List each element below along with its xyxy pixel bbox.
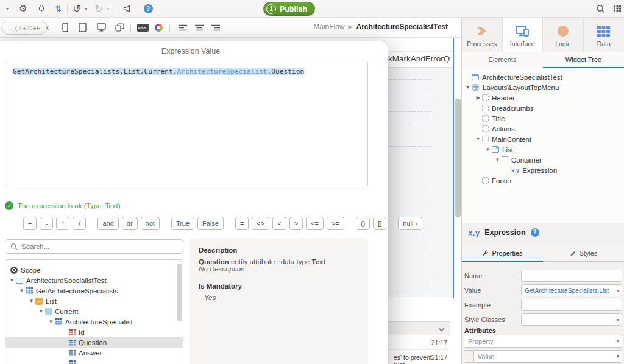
widget-tree-item-list[interactable]: ▼ List xyxy=(462,144,624,155)
css-editor-icon[interactable]: css xyxy=(135,19,150,36)
widget-tree-item-footer[interactable]: Footer xyxy=(462,175,624,186)
tab-properties[interactable]: Properties xyxy=(462,245,543,261)
scope-item-answer[interactable]: Answer xyxy=(5,348,183,358)
op-divide-button[interactable]: / xyxy=(73,217,86,230)
canvas-vertical-scrollbar[interactable] xyxy=(455,99,461,217)
dropdown-caret-icon[interactable]: ▾ xyxy=(4,0,11,17)
tab-processes[interactable]: Processes xyxy=(462,18,503,52)
name-field[interactable] xyxy=(521,270,622,282)
widget-tree-item-title[interactable]: Title xyxy=(462,113,624,124)
help-icon[interactable]: ? xyxy=(141,0,155,17)
expanded-arrow-icon[interactable]: ▼ xyxy=(474,136,482,142)
collapsed-arrow-icon[interactable]: ▶ xyxy=(474,95,482,100)
subtab-elements[interactable]: Elements xyxy=(462,52,543,68)
op-plus-button[interactable]: + xyxy=(23,217,37,230)
tab-data[interactable]: Data xyxy=(584,18,624,52)
attribute-value-dropdown[interactable]: Value ▾ xyxy=(473,350,622,363)
collapse-chevron-icon[interactable] xyxy=(438,325,445,334)
undo-caret-icon[interactable]: ▾ xyxy=(83,0,89,17)
widget-tree-item-layout[interactable]: ▼ Layouts\LayoutTopMenu xyxy=(462,82,624,93)
align-center-icon[interactable] xyxy=(193,19,205,36)
subtab-widget-tree[interactable]: Widget Tree xyxy=(543,52,624,68)
shortcut-pill[interactable]: ... (⇧+⌘+E xyxy=(1,21,48,35)
expanded-arrow-icon[interactable]: ▼ xyxy=(8,278,16,283)
expanded-arrow-icon[interactable]: ▼ xyxy=(484,147,492,152)
op-false-button[interactable]: False xyxy=(197,217,224,230)
op-and-button[interactable]: and xyxy=(98,217,118,230)
op-brackets-button[interactable]: [] xyxy=(373,217,386,230)
tablet-preview-icon[interactable] xyxy=(77,19,88,36)
op-lessthan-button[interactable]: < xyxy=(272,217,286,230)
expression-editor[interactable]: GetArchitectureSpecialists.List.Current.… xyxy=(5,61,368,187)
op-notequal-button[interactable]: <> xyxy=(252,217,269,230)
op-greaterthan-button[interactable]: > xyxy=(289,217,303,230)
op-lessequal-button[interactable]: <= xyxy=(306,217,324,230)
plug-icon[interactable] xyxy=(35,0,48,17)
scope-item-entity[interactable]: ▼ ArchitectureSpecialist xyxy=(5,317,183,327)
redo-caret-icon[interactable]: ▾ xyxy=(105,0,111,17)
dialog-title: Expression Value xyxy=(0,47,388,55)
example-field[interactable] xyxy=(521,299,622,311)
collapse-left-icon[interactable]: ‹ xyxy=(43,19,52,36)
scope-item-question[interactable]: Question xyxy=(5,337,183,348)
align-right-icon[interactable] xyxy=(210,19,222,36)
breadcrumb-parent[interactable]: MainFlow xyxy=(313,23,344,31)
tab-interface[interactable]: Interface xyxy=(503,18,544,52)
op-multiply-button[interactable]: * xyxy=(56,217,69,230)
settings-gear-icon[interactable]: ⚙ xyxy=(17,0,29,17)
redo-icon[interactable]: ↻ xyxy=(93,0,105,17)
tree-item-label: ArchitectureSpecialist xyxy=(65,318,133,326)
dropdown-caret-icon: ▾ xyxy=(415,221,417,226)
phone-preview-icon[interactable] xyxy=(60,19,71,36)
op-null-button[interactable]: null ▾ xyxy=(398,217,422,230)
widget-tree-item-screen[interactable]: ArchitectureSpecialistTest xyxy=(462,72,624,82)
widget-tree-item-expression[interactable]: x.y Expression xyxy=(462,165,624,175)
expanded-arrow-icon[interactable]: ▼ xyxy=(464,85,472,90)
desktop-preview-icon[interactable] xyxy=(95,19,107,36)
scope-item-aggregate[interactable]: ▼ GetArchitectureSpecialists xyxy=(5,285,183,296)
grid-menu-icon[interactable] xyxy=(611,0,623,17)
search-icon[interactable] xyxy=(594,0,607,17)
expanded-arrow-icon[interactable]: ▼ xyxy=(18,288,26,293)
op-greaterequal-button[interactable]: >= xyxy=(327,217,344,230)
expanded-arrow-icon[interactable]: ▼ xyxy=(27,298,35,304)
op-not-button[interactable]: not xyxy=(141,217,160,230)
swap-arrows-icon[interactable]: ⇅ xyxy=(52,0,65,17)
scope-item-list[interactable]: ▼ ← List xyxy=(5,296,183,306)
publish-button[interactable]: 1 Publish xyxy=(263,2,315,16)
op-minus-button[interactable]: - xyxy=(40,217,53,230)
breadcrumb-current[interactable]: ArchitectureSpecialistTest xyxy=(356,23,448,31)
feedback-megaphone-icon[interactable] xyxy=(121,0,134,17)
right-sidebar: Processes Interface Logic Data Elements … xyxy=(461,18,624,364)
expanded-arrow-icon[interactable]: ▼ xyxy=(37,309,45,314)
scope-item-id[interactable]: Id xyxy=(5,327,183,337)
search-input[interactable] xyxy=(21,243,178,250)
orientation-icon[interactable] xyxy=(113,19,126,36)
tab-logic[interactable]: Logic xyxy=(543,18,584,52)
value-dropdown[interactable]: GetArchitectureSpecialists.List ▾ xyxy=(521,284,622,296)
theme-colors-icon[interactable] xyxy=(152,19,165,36)
scope-item-partial[interactable] xyxy=(5,358,183,364)
style-classes-dropdown[interactable]: ▾ xyxy=(521,313,622,326)
widget-tree-item-breadcrumbs[interactable]: Breadcrumbs xyxy=(462,103,624,113)
widget-tree-item-header[interactable]: ▶ Header xyxy=(462,93,624,103)
scope-item-screen[interactable]: ▼ ArchitectureSpecialistTest xyxy=(5,275,183,285)
widget-tree-item-actions[interactable]: Actions xyxy=(462,124,624,134)
scope-item-scope[interactable]: Scope xyxy=(5,265,183,275)
op-parens-button[interactable]: () xyxy=(356,217,370,230)
webblock-icon xyxy=(472,83,480,91)
help-icon[interactable]: ? xyxy=(531,228,539,237)
undo-icon[interactable]: ↺ xyxy=(71,0,83,17)
align-left-icon[interactable] xyxy=(177,19,189,36)
op-or-button[interactable]: or xyxy=(122,217,138,230)
op-equals-button[interactable]: = xyxy=(235,217,249,230)
scope-item-current[interactable]: ▼ Current xyxy=(5,306,183,317)
scope-scrollbar[interactable] xyxy=(177,264,182,321)
attribute-property-dropdown[interactable]: Property ▾ xyxy=(464,335,622,348)
op-true-button[interactable]: True xyxy=(171,217,194,230)
tab-styles[interactable]: Styles xyxy=(543,245,624,261)
widget-tree-item-container[interactable]: ▼ Container xyxy=(462,155,624,165)
expanded-arrow-icon[interactable]: ▼ xyxy=(494,157,502,163)
widget-tree-item-maincontent[interactable]: ▼ MainContent xyxy=(462,134,624,144)
expanded-arrow-icon[interactable]: ▼ xyxy=(47,319,55,324)
